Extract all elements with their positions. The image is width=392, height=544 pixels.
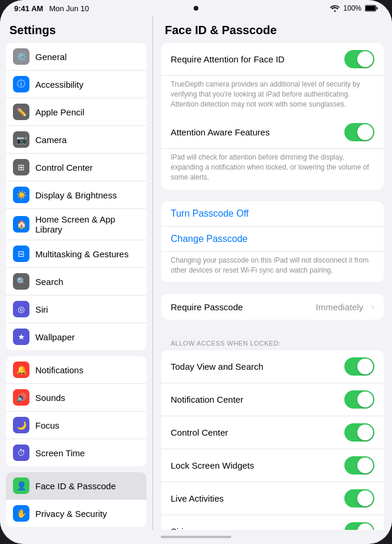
settings-row-control-center[interactable]: Control Center (161, 416, 384, 449)
sidebar-item-screen-time-label: Screen Time (35, 448, 139, 458)
toggle-knob (357, 124, 373, 140)
sidebar-group-2: 👤Face ID & Passcode✋Privacy & Security (6, 472, 147, 527)
sidebar-item-home-screen[interactable]: 🏠Home Screen & App Library (6, 209, 147, 240)
search-icon: 🔍 (13, 273, 29, 290)
toggle[interactable] (344, 123, 374, 141)
settings-label-control-center: Control Center (171, 427, 338, 437)
screen-time-icon: ⏱ (13, 445, 29, 461)
settings-row-live-activities[interactable]: Live Activities (161, 482, 384, 515)
sidebar-item-multitasking[interactable]: ⊟Multitasking & Gestures (6, 240, 147, 268)
settings-row-require-attention[interactable]: Require Attention for Face ID (161, 43, 384, 76)
sidebar-item-focus[interactable]: 🌙Focus (6, 412, 147, 439)
sidebar-item-siri-label: Siri (35, 304, 139, 314)
settings-row-today-view[interactable]: Today View and Search (161, 350, 384, 383)
svg-rect-1 (366, 6, 376, 11)
accessibility-icon: ⓘ (13, 76, 29, 92)
sidebar-title: Settings (0, 16, 152, 43)
settings-row-lock-widgets[interactable]: Lock Screen Widgets (161, 449, 384, 482)
link-change[interactable]: Change Passcode (161, 227, 384, 252)
status-time: 9:41 AM (14, 4, 43, 13)
chevron-icon: › (371, 302, 374, 311)
toggle-knob (357, 457, 373, 473)
sidebar-item-sounds[interactable]: 🔊Sounds (6, 384, 147, 412)
siri-icon: ◎ (13, 301, 29, 317)
toggle[interactable] (344, 423, 374, 442)
status-date: Mon Jun 10 (49, 4, 89, 13)
sidebar-item-search-label: Search (35, 277, 139, 287)
sidebar-list: ⚙️GeneralⓘAccessibility✏️Apple Pencil📷Ca… (0, 43, 152, 530)
control-center-icon: ⊞ (13, 159, 29, 175)
settings-row-req-passcode: Require PasscodeImmediately› (161, 294, 384, 320)
settings-label-attention-aware: Attention Aware Features (171, 127, 338, 137)
toggle-knob (357, 359, 373, 374)
display-icon: ☀️ (13, 187, 29, 203)
sidebar-item-privacy[interactable]: ✋Privacy & Security (6, 500, 147, 527)
sidebar-item-control-center-label: Control Center (35, 162, 139, 173)
focus-icon: 🌙 (13, 417, 29, 433)
camera-icon: 📷 (13, 131, 29, 148)
top-dot (194, 6, 198, 11)
sidebar: Settings ⚙️GeneralⓘAccessibility✏️Apple … (0, 16, 153, 530)
home-indicator (161, 536, 231, 538)
battery-icon (365, 5, 378, 12)
settings-group-attention: Require Attention for Face IDTrueDepth c… (161, 43, 384, 190)
toggle-knob (357, 523, 373, 530)
sidebar-item-display[interactable]: ☀️Display & Brightness (6, 181, 147, 209)
toggle[interactable] (344, 50, 374, 68)
sidebar-item-general-label: General (35, 52, 139, 62)
settings-label-notification-center: Notification Center (171, 394, 338, 404)
sidebar-item-apple-pencil[interactable]: ✏️Apple Pencil (6, 98, 147, 126)
toggle[interactable] (344, 390, 374, 409)
toggle-knob (357, 424, 373, 440)
settings-row-attention-aware[interactable]: Attention Aware Features (161, 116, 384, 149)
toggle[interactable] (344, 489, 374, 507)
toggle-knob (357, 392, 373, 407)
toggle-knob (357, 51, 373, 67)
sidebar-item-accessibility[interactable]: ⓘAccessibility (6, 71, 147, 98)
link-turn-off[interactable]: Turn Passcode Off (161, 201, 384, 227)
toggle-knob (357, 490, 373, 506)
sidebar-item-home-screen-label: Home Screen & App Library (35, 214, 139, 234)
notifications-icon: 🔔 (13, 361, 29, 378)
settings-row-siri[interactable]: Siri (161, 515, 384, 530)
toggle[interactable] (344, 357, 374, 376)
settings-row-notification-center[interactable]: Notification Center (161, 383, 384, 416)
sidebar-item-screen-time[interactable]: ⏱Screen Time (6, 439, 147, 466)
sidebar-item-search[interactable]: 🔍Search (6, 268, 147, 296)
content-area: Settings ⚙️GeneralⓘAccessibility✏️Apple … (0, 16, 392, 530)
sidebar-item-general[interactable]: ⚙️General (6, 43, 147, 71)
sidebar-item-display-label: Display & Brightness (35, 190, 139, 200)
settings-label-require-attention: Require Attention for Face ID (171, 54, 338, 64)
sidebar-item-focus-label: Focus (35, 420, 139, 430)
toggle[interactable] (344, 456, 374, 475)
sidebar-group-0: ⚙️GeneralⓘAccessibility✏️Apple Pencil📷Ca… (6, 43, 147, 350)
sidebar-item-face-id-label: Face ID & Passcode (35, 481, 139, 491)
sidebar-item-multitasking-label: Multitasking & Gestures (35, 249, 139, 259)
settings-label-today-view: Today View and Search (171, 361, 338, 371)
sidebar-item-wallpaper-label: Wallpaper (35, 332, 139, 342)
section-header: ALLOW ACCESS WHEN LOCKED: (161, 331, 384, 350)
general-icon: ⚙️ (13, 48, 29, 65)
sidebar-item-camera[interactable]: 📷Camera (6, 126, 147, 154)
toggle[interactable] (344, 522, 374, 530)
sidebar-item-wallpaper[interactable]: ★Wallpaper (6, 323, 147, 350)
apple-pencil-icon: ✏️ (13, 104, 29, 120)
sidebar-item-siri[interactable]: ◎Siri (6, 296, 147, 323)
status-indicators: 100% (330, 4, 378, 12)
sidebar-item-notifications[interactable]: 🔔Notifications (6, 356, 147, 384)
settings-label-lock-widgets: Lock Screen Widgets (171, 460, 338, 470)
multitasking-icon: ⊟ (13, 246, 29, 262)
sidebar-item-privacy-label: Privacy & Security (35, 509, 139, 519)
right-panel: Face ID & Passcode Require Attention for… (153, 16, 392, 530)
settings-value-req-passcode: Immediately (315, 302, 363, 312)
section-description-passcode-actions: Changing your passcode on this iPad will… (161, 252, 384, 283)
settings-group-allow-access: Today View and SearchNotification Center… (161, 350, 384, 530)
sidebar-item-notifications-label: Notifications (35, 365, 139, 375)
home-bar (0, 530, 392, 544)
sidebar-item-face-id[interactable]: 👤Face ID & Passcode (6, 472, 147, 500)
right-panel-title: Face ID & Passcode (153, 16, 392, 43)
settings-group-passcode-actions: Turn Passcode OffChange PasscodeChanging… (161, 201, 384, 283)
description-require-attention: TrueDepth camera provides an additional … (161, 76, 384, 116)
sidebar-item-control-center[interactable]: ⊞Control Center (6, 154, 147, 181)
settings-label-live-activities: Live Activities (171, 493, 338, 503)
